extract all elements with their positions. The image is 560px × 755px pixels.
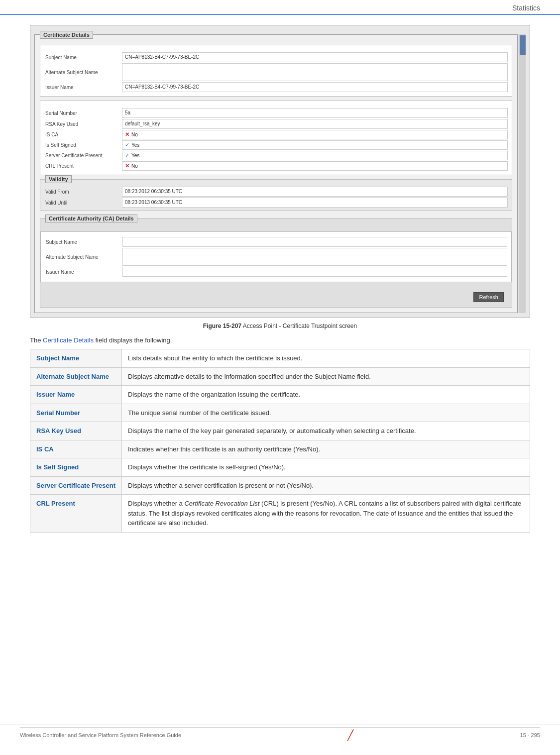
- ca-subject-label: Subject Name: [45, 238, 119, 246]
- self-signed-label: Is Self Signed: [44, 141, 119, 149]
- ca-issuer-value: [122, 267, 507, 277]
- server-cert-value: ✓ Yes: [122, 151, 508, 160]
- table-row: Server Certificate PresentDisplays wheth…: [30, 476, 530, 495]
- table-row: CRL PresentDisplays whether a Certificat…: [30, 495, 530, 533]
- rsa-key-value: default_rsa_key: [122, 119, 508, 129]
- validity-title: Validity: [45, 175, 72, 183]
- figure-caption: Figure 15-207 Access Point - Certificate…: [30, 323, 530, 329]
- table-field-description: Indicates whether this certificate is an…: [121, 440, 530, 458]
- ca-alt-subject-value: [122, 248, 507, 266]
- table-field-name: Subject Name: [30, 349, 122, 368]
- table-field-description: Displays whether a server certification …: [121, 476, 530, 495]
- table-field-description: Displays alternative details to the info…: [121, 367, 530, 386]
- scrollbar-thumb[interactable]: [520, 35, 526, 55]
- crl-present-label: CRL Present: [44, 162, 119, 170]
- serial-number-value: 5a: [122, 108, 508, 118]
- footer-logo: ╱: [347, 729, 353, 741]
- server-cert-label: Server Certificate Present: [44, 151, 119, 160]
- table-field-description: Displays whether the certificate is self…: [121, 458, 530, 477]
- footer-right: 15 - 295: [520, 732, 540, 738]
- table-row: Subject NameLists details about the enti…: [30, 349, 530, 368]
- issuer-name-label: Issuer Name: [44, 83, 119, 92]
- table-row: Is Self SignedDisplays whether the certi…: [30, 458, 530, 477]
- ca-subject-value: [122, 237, 507, 247]
- screenshot-box: Certificate Details Subject Name CN=AP81…: [30, 25, 530, 318]
- rsa-key-label: RSA Key Used: [44, 120, 119, 128]
- alt-subject-value: [122, 63, 508, 81]
- table-row: RSA Key UsedDisplays the name of the key…: [30, 422, 530, 440]
- scrollbar-right[interactable]: [519, 34, 526, 313]
- page-footer: Wireless Controller and Service Platform…: [0, 725, 560, 745]
- page-header: Statistics: [0, 0, 560, 15]
- footer-left: Wireless Controller and Service Platform…: [20, 732, 181, 738]
- table-field-description: The unique serial number of the certific…: [121, 404, 530, 422]
- self-signed-value: ✓ Yes: [122, 140, 508, 150]
- crl-present-value: ✕ No: [122, 161, 508, 171]
- table-field-description: Displays whether a Certificate Revocatio…: [121, 495, 530, 533]
- ca-section-title: Certificate Authority (CA) Details: [45, 215, 137, 222]
- valid-until-label: Valid Until: [44, 199, 119, 207]
- refresh-button[interactable]: Refresh: [473, 292, 504, 302]
- table-field-name: CRL Present: [30, 495, 122, 533]
- issuer-name-value: CN=AP8132-B4-C7-99-73-BE-2C: [122, 82, 508, 92]
- self-signed-icon: ✓: [125, 142, 129, 148]
- valid-until-value: 08:23:2013 06:30:35 UTC: [122, 198, 508, 208]
- valid-from-value: 08:23:2012 06:30:35 UTC: [122, 187, 508, 197]
- cert-details-link[interactable]: Certificate Details: [43, 336, 94, 344]
- table-field-name: Issuer Name: [30, 386, 122, 404]
- table-field-description: Displays the name of the key pair genera…: [121, 422, 530, 440]
- table-field-description: Lists details about the entity to which …: [121, 349, 530, 368]
- table-row: Issuer NameDisplays the name of the orga…: [30, 386, 530, 404]
- table-field-name: Server Certificate Present: [30, 476, 122, 495]
- server-cert-icon: ✓: [125, 152, 129, 159]
- is-ca-value: ✕ No: [122, 130, 508, 139]
- alt-subject-label: Alternate Subject Name: [44, 68, 119, 77]
- table-field-description: Displays the name of the organization is…: [121, 386, 530, 404]
- header-title: Statistics: [512, 4, 540, 12]
- table-field-name: Alternate Subject Name: [30, 367, 122, 386]
- info-table: Subject NameLists details about the enti…: [30, 349, 530, 533]
- ca-alt-subject-label: Alternate Subject Name: [45, 253, 119, 261]
- table-row: Serial NumberThe unique serial number of…: [30, 404, 530, 422]
- table-field-name: Serial Number: [30, 404, 122, 422]
- serial-number-label: Serial Number: [44, 109, 119, 117]
- subject-name-label: Subject Name: [44, 53, 119, 62]
- table-field-name: RSA Key Used: [30, 422, 122, 440]
- subject-name-value: CN=AP8132-B4-C7-99-73-BE-2C: [122, 52, 508, 62]
- is-ca-label: IS CA: [44, 130, 119, 139]
- table-field-name: Is Self Signed: [30, 458, 122, 477]
- valid-from-label: Valid From: [44, 188, 119, 196]
- cert-details-panel: Certificate Details Subject Name CN=AP81…: [34, 34, 518, 313]
- crl-present-icon: ✕: [125, 163, 129, 169]
- footer-slash-icon: ╱: [347, 729, 353, 741]
- ca-issuer-label: Issuer Name: [45, 268, 119, 276]
- table-field-name: IS CA: [30, 440, 122, 458]
- table-row: IS CAIndicates whether this certificate …: [30, 440, 530, 458]
- table-row: Alternate Subject NameDisplays alternati…: [30, 367, 530, 386]
- intro-text: The Certificate Details field displays t…: [30, 336, 530, 344]
- cert-panel-title: Certificate Details: [40, 31, 93, 39]
- is-ca-icon: ✕: [125, 131, 129, 138]
